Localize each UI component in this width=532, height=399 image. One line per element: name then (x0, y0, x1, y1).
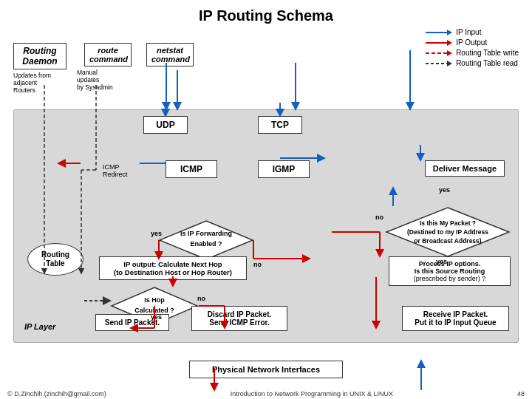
tcp-box: TCP (258, 116, 302, 134)
svg-text:Enabled ?: Enabled ? (190, 240, 222, 248)
discard-ip-box: Discard IP Packet.Send ICMP Error. (191, 306, 287, 331)
no-hop-label: no (197, 295, 205, 302)
svg-text:Is Hop: Is Hop (144, 296, 165, 304)
yes-forwarding-label: yes (151, 230, 162, 237)
footer: © D.Zinchih (zinchih@gmail.com) Introduc… (7, 390, 525, 398)
svg-text:Is this My Packet ?: Is this My Packet ? (420, 219, 476, 227)
svg-text:Is IP Forwarding: Is IP Forwarding (180, 230, 232, 237)
icmp-box: ICMP (166, 160, 217, 178)
diagram: Routing Daemon Updates fromadjacentRoute… (7, 22, 525, 378)
udp-box: UDP (143, 116, 188, 134)
no-forwarding-label: no (253, 261, 262, 268)
process-ip-box: Process IP options.Is this Source Routin… (389, 256, 511, 286)
is-forwarding-diamond: Is IP Forwarding Enabled ? (158, 219, 254, 261)
is-my-packet-diamond: Is this My Packet ? (Destined to my IP A… (385, 206, 511, 258)
inner-area: UDP TCP ICMP IGMP ICMPRedirect Deliver M… (13, 109, 519, 343)
footer-left: © D.Zinchih (zinchih@gmail.com) (7, 390, 106, 398)
igmp-box: IGMP (258, 160, 310, 178)
ip-layer-label: IP Layer (24, 322, 55, 331)
routing-table-ellipse: Routing Table (27, 243, 83, 276)
updates-from-label: Updates fromadjacentRouters (13, 72, 66, 94)
routing-table-label: Routing Table (41, 250, 69, 268)
yes-mypkt-label: yes (439, 186, 450, 194)
ip-output-box: IP output: Calculate Next Hop(to Destina… (99, 256, 247, 280)
footer-center: Introduction to Network Programming in U… (231, 390, 393, 398)
icmp-redirect-label: ICMPRedirect (103, 163, 128, 178)
deliver-message-box: Deliver Message (425, 160, 505, 177)
routing-daemon-label: Routing Daemon (22, 46, 57, 66)
footer-right: 48 (517, 390, 525, 398)
no-mypkt-label: no (375, 214, 383, 221)
receive-ip-box: Receive IP Packet.Put it to IP Input Que… (402, 306, 509, 331)
manual-updates-label: Manualupdatesby Sysadmin (77, 69, 124, 91)
physical-network-label: Physical Network Interfaces (212, 365, 320, 374)
svg-text:or Broadcast Address): or Broadcast Address) (414, 237, 481, 245)
physical-network-box: Physical Network Interfaces (189, 361, 343, 378)
netstat-command-box: netstatcommand (146, 43, 194, 66)
yes-process-label: yes (436, 258, 447, 265)
yes-hop-label: yes (151, 313, 162, 321)
svg-text:(Destined to my IP Address: (Destined to my IP Address (407, 228, 488, 236)
routing-daemon-box: Routing Daemon (13, 43, 66, 69)
route-command-box: routecommand (84, 43, 132, 66)
